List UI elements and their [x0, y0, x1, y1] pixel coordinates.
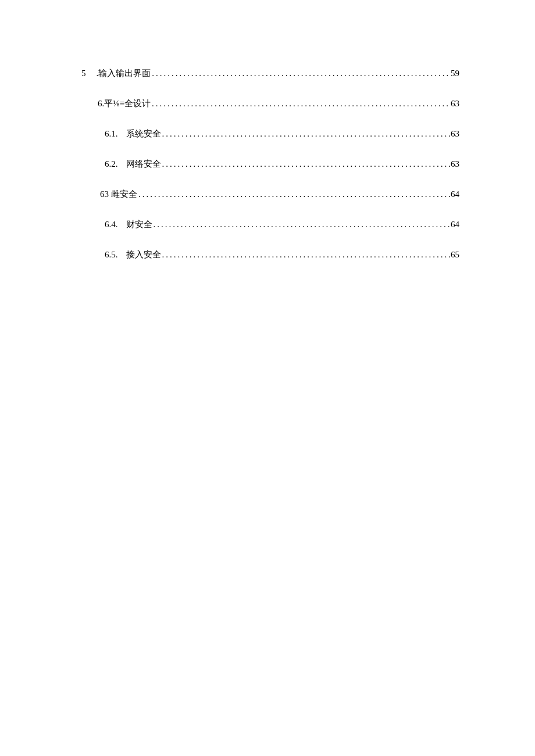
toc-entry-number: 6.2.: [105, 159, 118, 169]
toc-entry: 6.5.接入安全................................…: [81, 249, 459, 260]
toc-entry-number: 5: [81, 69, 97, 78]
toc-entry-page: 63: [451, 99, 459, 109]
toc-entry-title: 系统安全: [126, 128, 161, 139]
toc-leader-dots: ........................................…: [137, 189, 451, 199]
toc-leader-dots: ........................................…: [151, 99, 451, 109]
document-page: 5.输入输出界面................................…: [0, 0, 535, 260]
toc-entry: 5.输入输出界面................................…: [81, 68, 459, 79]
toc-entry-page: 65: [451, 250, 459, 260]
toc-entry-number: 6.4.: [105, 220, 118, 230]
toc-entry-number: 63: [100, 189, 109, 199]
toc-entry-title: .输入输出界面: [97, 68, 151, 79]
toc-leader-dots: ........................................…: [151, 69, 451, 78]
toc-entry-number: 6.5.: [105, 250, 118, 260]
toc-leader-dots: ........................................…: [161, 159, 451, 169]
toc-entry-title: 平⅛≡全设计: [104, 98, 151, 109]
toc-entry: 6.2.网络安全................................…: [81, 159, 459, 170]
toc-entry: 6.4.财安全.................................…: [81, 219, 459, 230]
toc-entry-page: 63: [451, 129, 459, 139]
toc-leader-dots: ........................................…: [152, 220, 451, 230]
toc-leader-dots: ........................................…: [161, 129, 451, 139]
toc-entry-title: 财安全: [126, 219, 152, 230]
toc-leader-dots: ........................................…: [161, 250, 451, 260]
table-of-contents: 5.输入输出界面................................…: [81, 68, 459, 260]
toc-entry-page: 59: [451, 69, 459, 78]
toc-entry: 6.平⅛≡全设计................................…: [81, 98, 459, 109]
toc-entry-title: 网络安全: [126, 159, 161, 170]
toc-entry-title: 雌安全: [111, 189, 137, 200]
toc-entry-page: 64: [451, 189, 459, 199]
toc-entry-title: 接入安全: [126, 249, 161, 260]
toc-entry-number: 6.1.: [105, 129, 118, 139]
toc-entry-page: 63: [451, 159, 459, 169]
toc-entry: 6.1.系统安全................................…: [81, 128, 459, 139]
toc-entry-number: 6.: [98, 99, 104, 109]
toc-entry-page: 64: [451, 220, 459, 230]
toc-entry: 63雌安全...................................…: [81, 189, 459, 200]
